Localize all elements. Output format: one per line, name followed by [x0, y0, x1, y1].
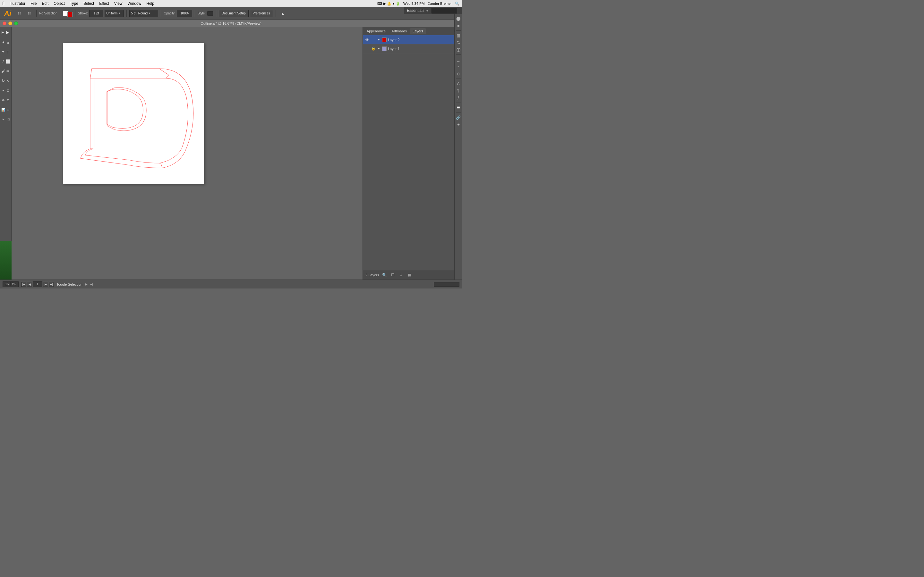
essentials-search[interactable]	[431, 8, 457, 13]
links-icon[interactable]: 🔗	[455, 114, 462, 121]
type-tool[interactable]: T	[6, 47, 10, 56]
canvas-area[interactable]	[11, 27, 363, 279]
maximize-button[interactable]	[14, 21, 18, 25]
more-options-icon[interactable]: ◣	[278, 9, 288, 18]
align-panel-icon[interactable]: ▦	[455, 32, 462, 39]
stroke-weight-input[interactable]	[89, 10, 103, 17]
prev-page-btn[interactable]: ◀	[27, 282, 32, 287]
page-nav: |◀ ◀ ▶ ▶|	[21, 282, 54, 287]
apple-menu[interactable]: 	[3, 1, 5, 6]
stroke-style-dropdown[interactable]: Uniform ▼	[105, 10, 124, 17]
first-page-btn[interactable]: |◀	[21, 282, 26, 287]
menu-effect[interactable]: Effect	[99, 1, 109, 6]
tab-appearance[interactable]: Appearance	[364, 28, 388, 34]
layer-1-expand-icon[interactable]: ►	[377, 47, 381, 51]
menubar-right: ⌨ ▶ 🔔 ● 🔋 Wed 5:34 PM Xander Bremer 🔍	[377, 2, 459, 6]
menu-object[interactable]: Object	[53, 1, 65, 6]
username: Xander Bremer	[428, 2, 452, 5]
tab-artboards[interactable]: Artboards	[389, 28, 409, 34]
chart-tool[interactable]: 📊	[1, 105, 5, 114]
menu-window[interactable]: Window	[128, 1, 142, 6]
free-transform-tool[interactable]: ⊡	[6, 86, 10, 95]
slice-group: ✂ ⬚	[1, 115, 10, 124]
opacity-input[interactable]	[177, 10, 192, 17]
stroke-color-swatch[interactable]	[67, 12, 73, 17]
toggle-selection-label: Toggle Selection	[57, 282, 82, 286]
strip-sep-1	[456, 31, 461, 31]
style-swatch[interactable]	[207, 11, 213, 16]
menu-help[interactable]: Help	[146, 1, 154, 6]
options-icon[interactable]: ☷	[25, 9, 34, 18]
copy-layer-btn[interactable]: ▤	[407, 272, 412, 278]
menu-view[interactable]: View	[114, 1, 123, 6]
selection-tool[interactable]	[1, 28, 5, 37]
color-panel-icon[interactable]: ⬤	[455, 15, 462, 22]
slice-tool[interactable]: ✂	[1, 115, 5, 124]
close-button[interactable]	[3, 21, 6, 25]
layer-row-2[interactable]: 👁 ► Layer 2	[363, 35, 462, 44]
toggle-selection-arrow-right[interactable]: ▶	[85, 282, 87, 286]
move-to-layer-btn[interactable]: ⤓	[398, 272, 404, 278]
scale-tool[interactable]: ⤡	[6, 76, 10, 85]
essentials-chevron[interactable]: ▼	[426, 9, 429, 13]
tab-layers[interactable]: Layers	[410, 28, 426, 34]
menu-file[interactable]: File	[31, 1, 37, 6]
gradient-panel-icon[interactable]: ▫	[455, 63, 462, 70]
mesh-tool[interactable]: ⊞	[6, 105, 10, 114]
rect-tool[interactable]: ⬜	[6, 57, 10, 66]
stroke-panel-icon[interactable]: ⎯	[455, 56, 462, 63]
stroke-tip-dropdown[interactable]: 5 pt. Round ▼	[129, 10, 158, 17]
window-controls	[3, 21, 18, 25]
rotate-tool[interactable]: ↻	[1, 76, 5, 85]
zoom-input[interactable]	[3, 282, 19, 287]
layer-2-expand-icon[interactable]: ►	[377, 38, 381, 42]
new-layer-btn[interactable]: ☐	[390, 272, 396, 278]
bottom-left-green	[0, 241, 11, 279]
swatches-icon[interactable]: ■	[455, 23, 462, 29]
menu-illustrator[interactable]: Illustrator	[10, 1, 25, 6]
menu-type[interactable]: Type	[70, 1, 78, 6]
line-tool[interactable]: /	[1, 57, 5, 66]
type-panel-icon[interactable]: A	[455, 81, 462, 87]
artboard-tool[interactable]: ⬚	[6, 115, 10, 124]
layers-icon[interactable]: ☰	[455, 105, 462, 111]
symbols-icon[interactable]: ✦	[455, 121, 462, 128]
layers-panel: 👁 ► Layer 2 🔒 ► Layer 1	[363, 35, 462, 270]
next-page-btn[interactable]: ▶	[43, 282, 48, 287]
locate-object-btn[interactable]: 🔍	[381, 272, 387, 278]
layer-row-1[interactable]: 🔒 ► Layer 1	[363, 44, 462, 53]
pencil-tool[interactable]: ✏	[6, 67, 10, 76]
direct-selection-tool[interactable]	[6, 28, 10, 37]
last-page-btn[interactable]: ▶|	[49, 282, 54, 287]
pathfinder-icon[interactable]: ⨁	[455, 47, 462, 53]
workspace-icon[interactable]: ☷	[15, 9, 24, 18]
search-icon[interactable]: 🔍	[455, 2, 459, 6]
perspective-grid-tool[interactable]: ⊘	[6, 95, 10, 105]
rotate-group: ↻ ⤡	[1, 76, 10, 85]
minimize-button[interactable]	[8, 21, 12, 25]
menu-edit[interactable]: Edit	[42, 1, 49, 6]
paintbrush-group: 🖌 ✏	[1, 67, 10, 76]
right-panels: Appearance Artboards Layers ► ☰ 👁 ► Laye…	[363, 27, 462, 279]
paintbrush-tool[interactable]: 🖌	[1, 67, 5, 76]
layer-2-visibility-icon[interactable]: 👁	[364, 37, 370, 43]
menu-select[interactable]: Select	[83, 1, 94, 6]
document-setup-button[interactable]: Document Setup	[219, 10, 249, 17]
lasso-tool[interactable]: ⌀	[6, 38, 10, 47]
shape-builder-tool[interactable]: ⊕	[1, 95, 5, 105]
warp-tool[interactable]: ~	[1, 86, 5, 95]
toggle-selection-arrow-left[interactable]: ◀	[90, 282, 93, 286]
statusbar: |◀ ◀ ▶ ▶| Toggle Selection ▶ ◀	[0, 279, 462, 288]
preferences-button[interactable]: Preferences	[250, 10, 273, 17]
layer-1-lock-icon[interactable]: 🔒	[371, 47, 376, 51]
transparency-icon[interactable]: ◇	[455, 71, 462, 77]
opentype-icon[interactable]: ƒ	[455, 95, 462, 101]
paragraph-icon[interactable]: ¶	[455, 87, 462, 94]
svg-marker-1	[6, 31, 9, 34]
page-input[interactable]	[33, 282, 42, 287]
transform-icon[interactable]: ⇅	[455, 39, 462, 46]
magic-wand-tool[interactable]: ✦	[1, 38, 5, 47]
strip-sep-5	[456, 113, 461, 113]
pen-tool[interactable]: ✒	[1, 47, 5, 56]
layer-1-visibility-icon[interactable]	[364, 46, 370, 52]
